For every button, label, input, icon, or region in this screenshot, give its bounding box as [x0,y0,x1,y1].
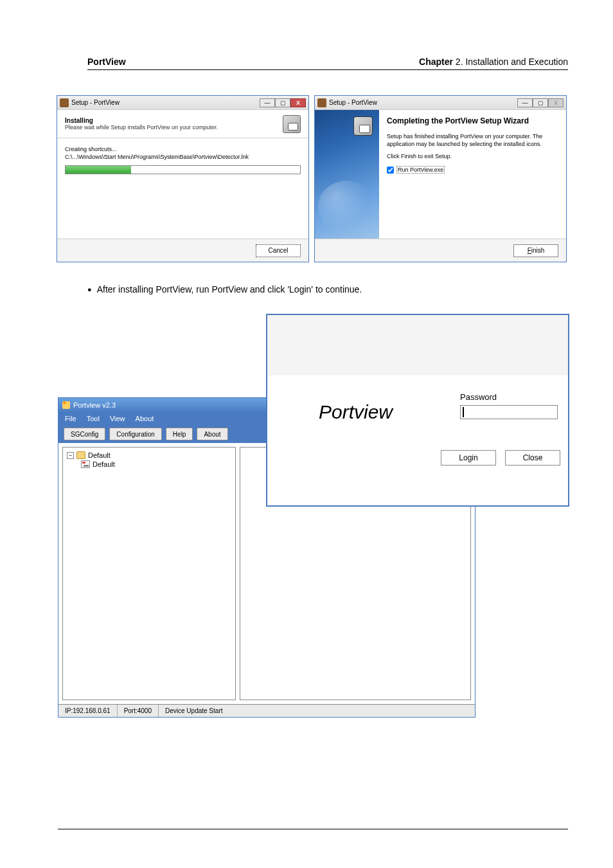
installing-subheading: Please wait while Setup installs PortVie… [65,124,218,131]
run-checkbox[interactable] [387,167,394,174]
tree-root-label: Default [88,451,111,459]
menu-about[interactable]: About [136,415,154,422]
bottom-rule [58,829,568,829]
cancel-button[interactable]: Cancel [256,244,301,257]
installing-progress-area: Creating shortcuts... C:\...\Windows\Sta… [57,138,308,182]
password-label: Password [460,392,497,402]
close-icon: X [548,98,564,107]
maximize-icon: ▢ [533,98,548,107]
side-swirl [318,181,376,232]
setup-screenshots-row: Setup - PortView — ▢ X Installing Please… [57,95,567,262]
device-icon [81,460,90,468]
completing-title: Setup - PortView [329,99,377,106]
install-progress-bar [65,165,301,174]
portview-container: Portview v2.3 File Tool View About SGCon… [58,314,571,719]
run-checkbox-label[interactable]: Run PortView.exe [396,166,445,174]
page-header: PortView Chapter 2. Installation and Exe… [87,57,568,70]
installing-footer: Cancel [57,239,308,262]
folder-icon [76,451,85,459]
installing-heading: Installing [65,117,218,124]
menu-file[interactable]: File [65,415,76,422]
finish-button[interactable]: Finish [513,244,558,257]
close-icon[interactable]: X [290,98,306,107]
completing-body: Completing the PortView Setup Wizard Set… [315,110,566,239]
toolbar-sgconfig[interactable]: SGConfig [64,428,105,440]
minimize-icon[interactable]: — [260,98,275,107]
completing-text1: Setup has finished installing PortView o… [387,133,558,148]
install-progress-fill [66,166,131,174]
tree-collapse-icon[interactable]: − [67,452,74,459]
installing-status-line2: C:\...\Windows\Start Menu\Programs\Syste… [65,154,301,160]
toolbar-configuration[interactable]: Configuration [109,428,161,440]
completing-text2: Click Finish to exit Setup. [387,153,558,161]
completing-dialog: Setup - PortView — ▢ X Completing the Po… [314,95,567,262]
password-input[interactable] [460,405,558,419]
tree-root-node[interactable]: − Default [67,451,231,459]
header-left: PortView [87,57,126,67]
status-update: Device Update Start [159,705,475,717]
tree-child-node[interactable]: Default [81,460,231,468]
toolbar-help[interactable]: Help [166,428,193,440]
tree-child-label: Default [93,460,115,468]
completing-side-image [315,110,379,239]
installing-title: Setup - PortView [71,99,120,106]
minimize-icon[interactable]: — [517,98,533,107]
header-right: Chapter 2. Installation and Execution [419,57,568,67]
installer-icon [353,116,373,136]
instruction-bullet: After installing PortView, run PortView … [87,284,362,294]
completing-heading: Completing the PortView Setup Wizard [387,116,558,125]
portview-tree: − Default Default [62,447,236,700]
status-port: Port:4000 [118,705,159,717]
menu-view[interactable]: View [110,415,125,422]
completing-titlebar: Setup - PortView — ▢ X [315,96,566,110]
setup-app-icon [317,98,326,107]
portview-login-dialog: Portview Password Login Close [266,314,569,507]
portview-title: Portview v2.3 [73,401,116,409]
menu-tool[interactable]: Tool [87,415,100,422]
window-controls: — ▢ X [517,98,564,107]
installer-icon [283,115,301,133]
window-controls: — ▢ X [260,98,306,107]
setup-app-icon [60,98,69,107]
installing-titlebar: Setup - PortView — ▢ X [57,96,308,110]
installing-status-line1: Creating shortcuts... [65,146,301,152]
login-brand: Portview [319,401,393,423]
portview-statusbar: IP:192.168.0.61 Port:4000 Device Update … [58,704,475,717]
installing-body: Installing Please wait while Setup insta… [57,110,308,239]
status-ip: IP:192.168.0.61 [58,705,118,717]
completing-footer: Finish [315,239,566,262]
login-button[interactable]: Login [441,450,496,466]
installing-dialog: Setup - PortView — ▢ X Installing Please… [57,95,309,262]
toolbar-about[interactable]: About [197,428,227,440]
portview-app-icon [62,401,70,409]
login-header-band [267,315,568,375]
run-checkbox-row: Run PortView.exe [387,166,558,174]
installing-header: Installing Please wait while Setup insta… [57,110,308,138]
maximize-icon: ▢ [275,98,290,107]
close-button[interactable]: Close [505,450,560,466]
